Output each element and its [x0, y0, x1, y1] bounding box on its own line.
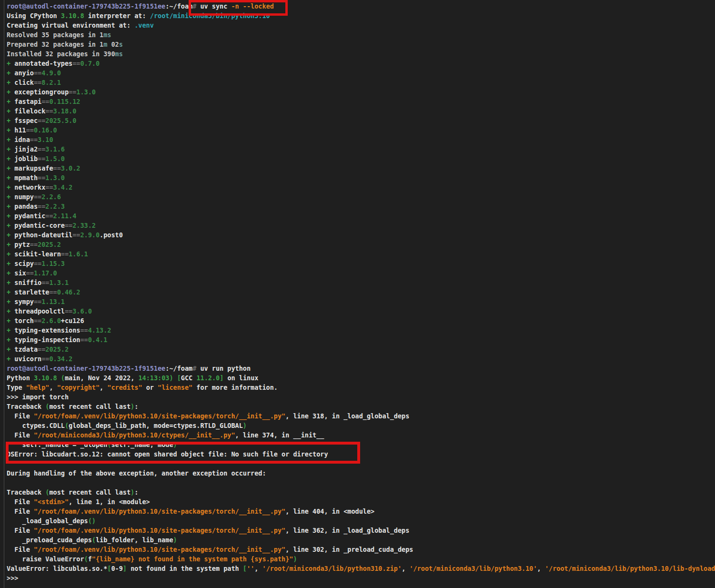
terminal-line: Traceback (most recent call last): — [7, 402, 715, 411]
terminal-line: Installed 32 packages in 390ms — [7, 49, 715, 59]
terminal-line: File "/root/miniconda3/lib/python3.10/ct… — [7, 430, 715, 440]
terminal-line: + anyio==4.9.0 — [7, 68, 715, 78]
terminal-line: + starlette==0.46.2 — [7, 287, 715, 297]
terminal-line: + pandas==2.2.3 — [7, 202, 715, 211]
terminal-line: raise ValueError(f"{lib_name} not found … — [7, 554, 715, 564]
terminal-line: Type "help", "copyright", "credits" or "… — [7, 383, 715, 392]
terminal-line: + fsspec==2025.5.0 — [7, 116, 715, 125]
terminal-line: + numpy==2.2.6 — [7, 192, 715, 202]
terminal-line: + idna==3.10 — [7, 135, 715, 144]
terminal-line — [7, 478, 715, 487]
terminal-line: + pytz==2025.2 — [7, 240, 715, 249]
terminal-line: File "/root/foam/.venv/lib/python3.10/si… — [7, 507, 715, 516]
terminal-line: + typing-inspection==0.4.1 — [7, 335, 715, 345]
terminal-line: ValueError: libcublas.so.*[0-9] not foun… — [7, 564, 715, 573]
terminal-line: + uvicorn==0.34.2 — [7, 354, 715, 364]
terminal-line: + scipy==1.15.3 — [7, 259, 715, 268]
terminal-line: + markupsafe==3.0.2 — [7, 163, 715, 173]
terminal-line: + python-dateutil==2.9.0.post0 — [7, 230, 715, 240]
terminal-line: + filelock==3.18.0 — [7, 106, 715, 116]
terminal-line: During handling of the above exception, … — [7, 468, 715, 478]
terminal-line: + threadpoolctl==3.6.0 — [7, 306, 715, 316]
terminal-line: + tzdata==2025.2 — [7, 345, 715, 354]
terminal-line: + mpmath==1.3.0 — [7, 173, 715, 182]
terminal-line: + typing-extensions==4.13.2 — [7, 325, 715, 335]
terminal-line: + click==8.2.1 — [7, 78, 715, 87]
terminal-line: + scikit-learn==1.6.1 — [7, 249, 715, 259]
terminal-line: File "/root/foam/.venv/lib/python3.10/si… — [7, 411, 715, 421]
terminal-line: + torch==2.6.0+cu126 — [7, 316, 715, 325]
terminal-line: + sympy==1.13.1 — [7, 297, 715, 306]
terminal-line: + h11==0.16.0 — [7, 125, 715, 135]
terminal-line: Resolved 35 packages in 1ms — [7, 30, 715, 40]
terminal-line: File "/root/foam/.venv/lib/python3.10/si… — [7, 526, 715, 535]
terminal-line: + six==1.17.0 — [7, 268, 715, 278]
terminal-line: + pydantic-core==2.33.2 — [7, 221, 715, 230]
terminal-line: + jinja2==3.1.6 — [7, 144, 715, 154]
terminal-line: + exceptiongroup==1.3.0 — [7, 87, 715, 97]
terminal-line: File "<stdin>", line 1, in <module> — [7, 497, 715, 507]
terminal-line: + sniffio==1.3.1 — [7, 278, 715, 287]
left-column-guide — [4, 0, 4, 588]
terminal-line: ctypes.CDLL(global_deps_lib_path, mode=c… — [7, 421, 715, 430]
terminal-line: _load_global_deps() — [7, 516, 715, 526]
terminal-line: self._handle = _dlopen(self._name, mode) — [7, 440, 715, 449]
terminal-line: >>> import torch — [7, 392, 715, 402]
terminal-line: + joblib==1.5.0 — [7, 154, 715, 163]
terminal-output: root@autodl-container-179743b225-1f9151e… — [7, 1, 715, 583]
terminal-line: root@autodl-container-179743b225-1f9151e… — [7, 364, 715, 373]
terminal-line: + fastapi==0.115.12 — [7, 97, 715, 106]
terminal-line: OSError: libcudart.so.12: cannot open sh… — [7, 449, 715, 459]
terminal-line: Creating virtual environment at: .venv — [7, 20, 715, 30]
terminal-line: root@autodl-container-179743b225-1f9151e… — [7, 1, 715, 11]
terminal-line: Using CPython 3.10.8 interpreter at: /ro… — [7, 11, 715, 20]
terminal-line — [7, 459, 715, 468]
terminal-line: File "/root/foam/.venv/lib/python3.10/si… — [7, 545, 715, 554]
terminal-line: Traceback (most recent call last): — [7, 487, 715, 497]
terminal-line: _preload_cuda_deps(lib_folder, lib_name) — [7, 535, 715, 545]
terminal-line: + networkx==3.4.2 — [7, 182, 715, 192]
terminal-line: Python 3.10.8 (main, Nov 24 2022, 14:13:… — [7, 373, 715, 383]
terminal-line: >>> — [7, 573, 715, 583]
terminal-line: + annotated-types==0.7.0 — [7, 59, 715, 68]
terminal-line: Prepared 32 packages in 1m 02s — [7, 40, 715, 49]
terminal-line: + pydantic==2.11.4 — [7, 211, 715, 221]
